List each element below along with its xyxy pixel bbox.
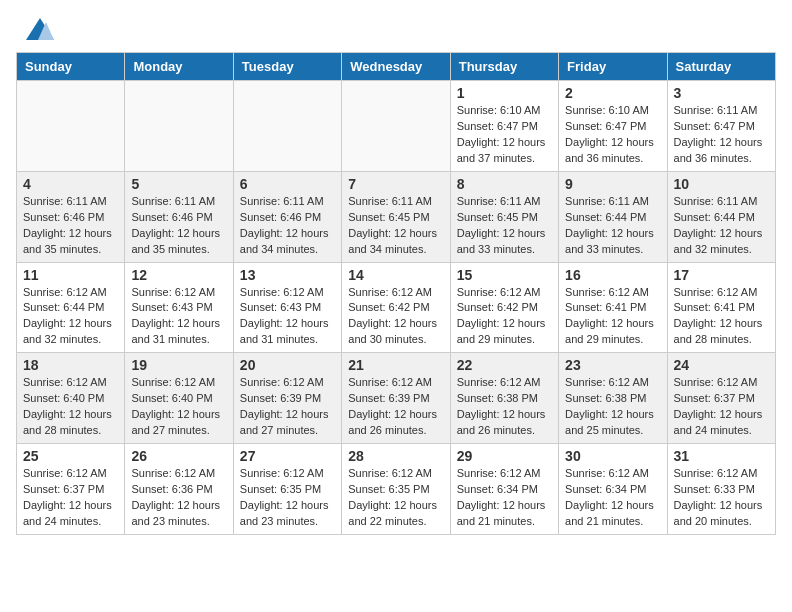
day-number: 14 bbox=[348, 267, 443, 283]
day-number: 28 bbox=[348, 448, 443, 464]
col-monday: Monday bbox=[125, 53, 233, 81]
calendar-week-1: 1Sunrise: 6:10 AM Sunset: 6:47 PM Daylig… bbox=[17, 81, 776, 172]
header-row: Sunday Monday Tuesday Wednesday Thursday… bbox=[17, 53, 776, 81]
day-number: 29 bbox=[457, 448, 552, 464]
day-number: 17 bbox=[674, 267, 769, 283]
day-info: Sunrise: 6:12 AM Sunset: 6:44 PM Dayligh… bbox=[23, 285, 118, 349]
calendar-week-3: 11Sunrise: 6:12 AM Sunset: 6:44 PM Dayli… bbox=[17, 262, 776, 353]
day-number: 27 bbox=[240, 448, 335, 464]
calendar-cell: 12Sunrise: 6:12 AM Sunset: 6:43 PM Dayli… bbox=[125, 262, 233, 353]
calendar-cell: 18Sunrise: 6:12 AM Sunset: 6:40 PM Dayli… bbox=[17, 353, 125, 444]
calendar-wrapper: Sunday Monday Tuesday Wednesday Thursday… bbox=[0, 52, 792, 543]
day-number: 18 bbox=[23, 357, 118, 373]
calendar-cell: 23Sunrise: 6:12 AM Sunset: 6:38 PM Dayli… bbox=[559, 353, 667, 444]
calendar-cell: 10Sunrise: 6:11 AM Sunset: 6:44 PM Dayli… bbox=[667, 171, 775, 262]
day-number: 7 bbox=[348, 176, 443, 192]
day-info: Sunrise: 6:11 AM Sunset: 6:44 PM Dayligh… bbox=[674, 194, 769, 258]
calendar-cell: 24Sunrise: 6:12 AM Sunset: 6:37 PM Dayli… bbox=[667, 353, 775, 444]
calendar-cell: 20Sunrise: 6:12 AM Sunset: 6:39 PM Dayli… bbox=[233, 353, 341, 444]
day-info: Sunrise: 6:12 AM Sunset: 6:42 PM Dayligh… bbox=[457, 285, 552, 349]
day-info: Sunrise: 6:12 AM Sunset: 6:43 PM Dayligh… bbox=[240, 285, 335, 349]
day-info: Sunrise: 6:12 AM Sunset: 6:35 PM Dayligh… bbox=[240, 466, 335, 530]
calendar-cell: 15Sunrise: 6:12 AM Sunset: 6:42 PM Dayli… bbox=[450, 262, 558, 353]
col-sunday: Sunday bbox=[17, 53, 125, 81]
day-info: Sunrise: 6:11 AM Sunset: 6:47 PM Dayligh… bbox=[674, 103, 769, 167]
calendar-cell: 1Sunrise: 6:10 AM Sunset: 6:47 PM Daylig… bbox=[450, 81, 558, 172]
day-info: Sunrise: 6:12 AM Sunset: 6:40 PM Dayligh… bbox=[23, 375, 118, 439]
calendar-cell: 25Sunrise: 6:12 AM Sunset: 6:37 PM Dayli… bbox=[17, 444, 125, 535]
calendar-cell: 2Sunrise: 6:10 AM Sunset: 6:47 PM Daylig… bbox=[559, 81, 667, 172]
day-number: 1 bbox=[457, 85, 552, 101]
day-number: 13 bbox=[240, 267, 335, 283]
day-info: Sunrise: 6:12 AM Sunset: 6:35 PM Dayligh… bbox=[348, 466, 443, 530]
col-tuesday: Tuesday bbox=[233, 53, 341, 81]
day-number: 20 bbox=[240, 357, 335, 373]
calendar-cell: 16Sunrise: 6:12 AM Sunset: 6:41 PM Dayli… bbox=[559, 262, 667, 353]
day-info: Sunrise: 6:12 AM Sunset: 6:37 PM Dayligh… bbox=[23, 466, 118, 530]
day-info: Sunrise: 6:11 AM Sunset: 6:44 PM Dayligh… bbox=[565, 194, 660, 258]
day-info: Sunrise: 6:12 AM Sunset: 6:42 PM Dayligh… bbox=[348, 285, 443, 349]
day-number: 11 bbox=[23, 267, 118, 283]
day-info: Sunrise: 6:12 AM Sunset: 6:36 PM Dayligh… bbox=[131, 466, 226, 530]
day-number: 24 bbox=[674, 357, 769, 373]
day-info: Sunrise: 6:12 AM Sunset: 6:39 PM Dayligh… bbox=[348, 375, 443, 439]
day-number: 25 bbox=[23, 448, 118, 464]
day-number: 31 bbox=[674, 448, 769, 464]
calendar-cell: 21Sunrise: 6:12 AM Sunset: 6:39 PM Dayli… bbox=[342, 353, 450, 444]
day-number: 4 bbox=[23, 176, 118, 192]
calendar-cell: 19Sunrise: 6:12 AM Sunset: 6:40 PM Dayli… bbox=[125, 353, 233, 444]
day-info: Sunrise: 6:12 AM Sunset: 6:40 PM Dayligh… bbox=[131, 375, 226, 439]
day-number: 21 bbox=[348, 357, 443, 373]
day-info: Sunrise: 6:10 AM Sunset: 6:47 PM Dayligh… bbox=[457, 103, 552, 167]
day-number: 10 bbox=[674, 176, 769, 192]
calendar-cell: 29Sunrise: 6:12 AM Sunset: 6:34 PM Dayli… bbox=[450, 444, 558, 535]
calendar-cell: 26Sunrise: 6:12 AM Sunset: 6:36 PM Dayli… bbox=[125, 444, 233, 535]
calendar-cell: 6Sunrise: 6:11 AM Sunset: 6:46 PM Daylig… bbox=[233, 171, 341, 262]
day-number: 16 bbox=[565, 267, 660, 283]
calendar-cell: 31Sunrise: 6:12 AM Sunset: 6:33 PM Dayli… bbox=[667, 444, 775, 535]
calendar-header: Sunday Monday Tuesday Wednesday Thursday… bbox=[17, 53, 776, 81]
day-number: 5 bbox=[131, 176, 226, 192]
calendar-cell: 3Sunrise: 6:11 AM Sunset: 6:47 PM Daylig… bbox=[667, 81, 775, 172]
calendar-cell: 14Sunrise: 6:12 AM Sunset: 6:42 PM Dayli… bbox=[342, 262, 450, 353]
day-number: 26 bbox=[131, 448, 226, 464]
calendar-cell: 22Sunrise: 6:12 AM Sunset: 6:38 PM Dayli… bbox=[450, 353, 558, 444]
day-number: 15 bbox=[457, 267, 552, 283]
col-thursday: Thursday bbox=[450, 53, 558, 81]
day-info: Sunrise: 6:11 AM Sunset: 6:45 PM Dayligh… bbox=[457, 194, 552, 258]
calendar-cell bbox=[233, 81, 341, 172]
calendar-week-2: 4Sunrise: 6:11 AM Sunset: 6:46 PM Daylig… bbox=[17, 171, 776, 262]
calendar-cell: 5Sunrise: 6:11 AM Sunset: 6:46 PM Daylig… bbox=[125, 171, 233, 262]
day-info: Sunrise: 6:12 AM Sunset: 6:34 PM Dayligh… bbox=[565, 466, 660, 530]
calendar-cell: 8Sunrise: 6:11 AM Sunset: 6:45 PM Daylig… bbox=[450, 171, 558, 262]
calendar-cell: 9Sunrise: 6:11 AM Sunset: 6:44 PM Daylig… bbox=[559, 171, 667, 262]
calendar-cell: 7Sunrise: 6:11 AM Sunset: 6:45 PM Daylig… bbox=[342, 171, 450, 262]
day-number: 9 bbox=[565, 176, 660, 192]
col-wednesday: Wednesday bbox=[342, 53, 450, 81]
day-number: 12 bbox=[131, 267, 226, 283]
calendar-cell: 13Sunrise: 6:12 AM Sunset: 6:43 PM Dayli… bbox=[233, 262, 341, 353]
day-info: Sunrise: 6:12 AM Sunset: 6:33 PM Dayligh… bbox=[674, 466, 769, 530]
day-number: 22 bbox=[457, 357, 552, 373]
day-info: Sunrise: 6:12 AM Sunset: 6:34 PM Dayligh… bbox=[457, 466, 552, 530]
calendar-cell: 17Sunrise: 6:12 AM Sunset: 6:41 PM Dayli… bbox=[667, 262, 775, 353]
calendar-cell: 30Sunrise: 6:12 AM Sunset: 6:34 PM Dayli… bbox=[559, 444, 667, 535]
logo bbox=[24, 16, 60, 44]
calendar-body: 1Sunrise: 6:10 AM Sunset: 6:47 PM Daylig… bbox=[17, 81, 776, 535]
page-header bbox=[0, 0, 792, 52]
calendar-table: Sunday Monday Tuesday Wednesday Thursday… bbox=[16, 52, 776, 535]
day-info: Sunrise: 6:11 AM Sunset: 6:46 PM Dayligh… bbox=[23, 194, 118, 258]
calendar-cell bbox=[125, 81, 233, 172]
day-info: Sunrise: 6:11 AM Sunset: 6:46 PM Dayligh… bbox=[240, 194, 335, 258]
day-info: Sunrise: 6:11 AM Sunset: 6:45 PM Dayligh… bbox=[348, 194, 443, 258]
day-info: Sunrise: 6:12 AM Sunset: 6:38 PM Dayligh… bbox=[457, 375, 552, 439]
col-saturday: Saturday bbox=[667, 53, 775, 81]
day-info: Sunrise: 6:11 AM Sunset: 6:46 PM Dayligh… bbox=[131, 194, 226, 258]
day-info: Sunrise: 6:10 AM Sunset: 6:47 PM Dayligh… bbox=[565, 103, 660, 167]
day-info: Sunrise: 6:12 AM Sunset: 6:38 PM Dayligh… bbox=[565, 375, 660, 439]
day-info: Sunrise: 6:12 AM Sunset: 6:41 PM Dayligh… bbox=[565, 285, 660, 349]
day-number: 19 bbox=[131, 357, 226, 373]
day-info: Sunrise: 6:12 AM Sunset: 6:39 PM Dayligh… bbox=[240, 375, 335, 439]
day-info: Sunrise: 6:12 AM Sunset: 6:43 PM Dayligh… bbox=[131, 285, 226, 349]
day-info: Sunrise: 6:12 AM Sunset: 6:41 PM Dayligh… bbox=[674, 285, 769, 349]
